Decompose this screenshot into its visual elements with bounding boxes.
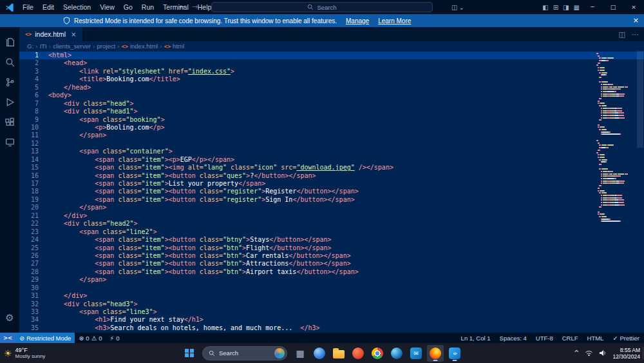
code-line[interactable]: 35 <h3>Search deals on hotels, homes, an… (19, 324, 644, 332)
code-line[interactable]: 4 <title>Booking.com</title> (19, 75, 644, 83)
code-line[interactable]: 23 <span class="line2"> (19, 228, 644, 236)
code-line[interactable]: 26 <span class="item"><button class="btn… (19, 252, 644, 260)
settings-gear-icon[interactable]: ⚙ (0, 308, 19, 328)
code-line[interactable]: 30 (19, 284, 644, 292)
code-line[interactable]: 31 </div> (19, 292, 644, 300)
code-line[interactable]: 13 <span class="container"> (19, 148, 644, 155)
wifi-icon[interactable] (585, 349, 593, 357)
menu-run[interactable]: Run (137, 0, 158, 14)
start-button[interactable] (181, 345, 198, 362)
forward-icon[interactable]: → (192, 0, 198, 14)
code-line[interactable]: 24 <span class="item"><button class="btn… (19, 236, 644, 244)
close-banner-icon[interactable]: × (633, 14, 639, 27)
indentation-setting[interactable]: Spaces: 4 (495, 333, 531, 343)
breadcrumb-symbol[interactable]: <>html (164, 43, 184, 50)
more-actions-icon[interactable]: ⋯ (632, 30, 639, 39)
run-debug-icon[interactable] (0, 92, 19, 112)
menu-file[interactable]: File (18, 0, 38, 14)
formatter-indicator[interactable]: ✓ Prettier (608, 333, 644, 343)
tab-index-html[interactable]: <> index.html × (19, 27, 83, 41)
split-window-icon[interactable]: ◫ (451, 4, 457, 11)
extensions-icon[interactable] (0, 112, 19, 132)
eol-setting[interactable]: CRLF (558, 333, 583, 343)
volume-icon[interactable] (599, 349, 607, 357)
problems-indicator[interactable]: ⊗ 0 ⚠ 0 (75, 333, 106, 343)
code-line[interactable]: 12 (19, 140, 644, 148)
code-line[interactable]: 6<body> (19, 92, 644, 99)
breadcrumb-item[interactable]: project (97, 43, 116, 50)
code-line[interactable]: 25 <span class="item"><button class="btn… (19, 244, 644, 252)
close-window-button[interactable]: × (623, 0, 644, 14)
chrome-taskbar-icon[interactable] (369, 345, 386, 362)
source-control-icon[interactable] (0, 72, 19, 92)
explorer-icon[interactable] (0, 32, 19, 52)
breadcrumb-item[interactable]: ITI (40, 43, 47, 50)
code-line[interactable]: 32 <div class="head3"> (19, 300, 644, 308)
close-tab-icon[interactable]: × (71, 31, 76, 38)
firefox-taskbar-icon[interactable] (427, 345, 444, 362)
code-line[interactable]: 17 <span class="item">List your property… (19, 180, 644, 188)
customize-layout-icon[interactable]: ▦ (574, 4, 580, 11)
code-line[interactable]: 1<html> (19, 52, 644, 59)
code-line[interactable]: 27 <span class="item"><button class="btn… (19, 260, 644, 268)
code-editor[interactable]: 1<html>2 <head>3 <link rel="stylesheet" … (19, 51, 644, 333)
minimap[interactable] (596, 53, 635, 223)
code-line[interactable]: 34 <h1>Find your next stay</h1> (19, 316, 644, 324)
menu-edit[interactable]: Edit (38, 0, 59, 14)
remote-indicator[interactable]: >< (0, 333, 15, 343)
code-line[interactable]: 9 <span class="booking"> (19, 116, 644, 124)
code-line[interactable]: 8 <div class="head1"> (19, 108, 644, 115)
learn-more-link[interactable]: Learn More (378, 17, 411, 25)
code-line[interactable]: 11 </span> (19, 132, 644, 139)
weather-widget[interactable]: ☀ 49°F Mostly sunny (4, 343, 45, 363)
code-line[interactable]: 21 </div> (19, 212, 644, 220)
edge-taskbar-icon[interactable] (388, 345, 405, 362)
code-line[interactable]: 5 </head> (19, 84, 644, 92)
maximize-button[interactable]: □ (603, 0, 623, 14)
code-line[interactable]: 10 <p>Booling.com</p> (19, 124, 644, 132)
search-sidebar-icon[interactable] (0, 52, 19, 72)
code-line[interactable]: 18 <span class="item"><button class="reg… (19, 188, 644, 195)
manage-link[interactable]: Manage (346, 17, 369, 25)
cursor-position[interactable]: Ln 1, Col 1 (457, 333, 495, 343)
hidden-icons-chevron[interactable]: ^ (574, 349, 579, 357)
minimize-button[interactable]: ─ (582, 0, 603, 14)
taskbar-clock[interactable]: 8:55 AM 12/30/2024 (612, 347, 640, 360)
code-line[interactable]: 33 <span class="line3"> (19, 308, 644, 316)
vscode-taskbar-icon[interactable] (446, 345, 463, 362)
code-line[interactable]: 19 <span class="item"><button class="reg… (19, 196, 644, 204)
code-line[interactable]: 16 <span class="item"><button class="que… (19, 172, 644, 180)
ports-indicator[interactable]: ⚡ 0 (106, 333, 123, 343)
split-editor-icon[interactable]: ◫ (619, 30, 625, 39)
code-line[interactable]: 28 <span class="item"><button class="btn… (19, 268, 644, 276)
vertical-scrollbar[interactable] (637, 51, 643, 148)
code-line[interactable]: 3 <link rel="stylesheet" href="index.css… (19, 68, 644, 75)
toggle-secondary-sidebar-icon[interactable]: ◨ (563, 4, 569, 11)
code-line[interactable]: 20 </span> (19, 204, 644, 211)
menu-selection[interactable]: Selection (59, 0, 95, 14)
code-line[interactable]: 22 <div class="head2"> (19, 220, 644, 228)
code-line[interactable]: 29 </span> (19, 276, 644, 284)
code-line[interactable]: 7 <div class="head"> (19, 100, 644, 108)
code-line[interactable]: 14 <span class="item"><p>EGP</p></span> (19, 156, 644, 164)
command-center-search[interactable]: Search (211, 2, 433, 12)
toggle-panel-icon[interactable]: ⊞ (553, 4, 558, 11)
copilot-taskbar-icon[interactable] (311, 345, 328, 362)
restricted-mode-badge[interactable]: ⊘ Restricted Mode (15, 333, 75, 343)
back-icon[interactable]: ← (179, 0, 185, 14)
brave-taskbar-icon[interactable] (350, 345, 366, 362)
code-line[interactable]: 15 <span class="item"><img alt="lang" cl… (19, 164, 644, 172)
task-view-taskbar-icon[interactable] (292, 345, 308, 362)
remote-explorer-icon[interactable] (0, 132, 19, 152)
menu-view[interactable]: View (95, 0, 119, 14)
file-explorer-taskbar-icon[interactable] (330, 345, 347, 362)
encoding-setting[interactable]: UTF-8 (531, 333, 558, 343)
language-mode[interactable]: HTML (583, 333, 609, 343)
taskbar-search[interactable]: Search (202, 346, 287, 360)
toggle-primary-sidebar-icon[interactable]: ◧ (542, 4, 548, 11)
chevron-down-icon[interactable]: ⌄ (459, 4, 464, 11)
menu-terminal[interactable]: Terminal (158, 0, 193, 14)
menu-go[interactable]: Go (119, 0, 137, 14)
breadcrumb-item[interactable]: G: (27, 43, 33, 50)
breadcrumb-file[interactable]: <>index.html (122, 43, 158, 50)
